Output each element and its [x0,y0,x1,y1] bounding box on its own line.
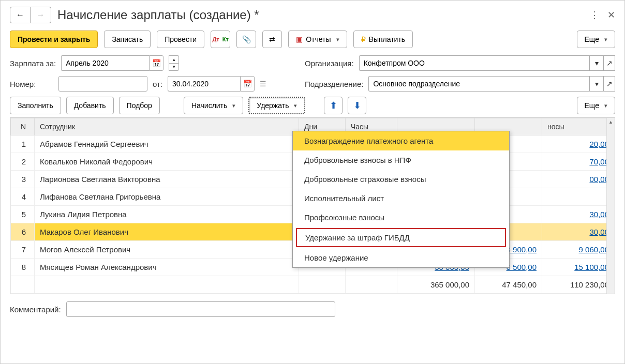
accrue-button[interactable]: Начислить [184,97,243,114]
date-label: от: [153,80,162,88]
calendar-icon[interactable]: 📅 [240,76,255,92]
employee-cell[interactable]: Могов Алексей Петрович [35,241,299,259]
based-on-button[interactable]: ⇄ [262,31,282,48]
employee-cell[interactable]: Макаров Олег Иванович [35,223,299,241]
move-down-button[interactable]: ⬇ [348,97,366,114]
select-button[interactable]: Подбор [119,97,160,114]
salary-period-input[interactable] [61,55,149,71]
contrib-cell[interactable] [542,188,615,206]
forward-button[interactable]: → [31,7,51,23]
dept-open-icon[interactable]: ↗ [604,76,615,92]
col-employee[interactable]: Сотрудник [35,118,299,135]
employee-cell[interactable]: Лифанова Светлана Григорьевна [35,188,299,206]
row-number: 1 [11,135,35,153]
contrib-cell[interactable]: 00,00 [542,171,615,188]
number-label: Номер: [10,80,53,88]
employee-cell[interactable]: Мясищев Роман Александрович [35,259,299,276]
page-title: Начисление зарплаты (создание) * [57,8,584,22]
contrib-cell[interactable]: 20,00 [542,135,615,153]
chart-icon: ▣ [296,35,303,43]
period-down-button[interactable]: ▼ [169,63,179,71]
totals-row: 365 000,00 47 450,00 110 230,00 [11,276,615,294]
row-number: 8 [11,259,35,276]
employee-cell[interactable]: Ларионова Светлана Викторовна [35,171,299,188]
post-button[interactable]: Провести [157,31,204,48]
org-label: Организация: [305,59,354,68]
calendar-icon[interactable]: 📅 [149,55,163,71]
dept-label: Подразделение: [305,80,363,88]
row-number: 3 [11,171,35,188]
pay-button[interactable]: ₽ Выплатить [353,31,413,48]
contrib-cell[interactable]: 70,00 [542,153,615,171]
scrollbar[interactable]: ▲ [606,118,615,294]
contrib-cell[interactable]: 30,00 [542,223,615,241]
dept-dropdown-icon[interactable]: ▾ [589,76,604,92]
more-button[interactable]: Еще [577,31,616,48]
withhold-button[interactable]: Удержать [248,97,305,114]
post-close-button[interactable]: Провести и закрыть [10,31,98,48]
dropdown-item[interactable]: Удержание за штраф ГИБДД [296,228,506,247]
col-n[interactable]: N [11,118,35,135]
salary-for-label: Зарплата за: [10,59,56,68]
close-icon[interactable]: ✕ [607,9,615,21]
dropdown-item[interactable]: Профсоюзные взносы [293,208,509,227]
withhold-dropdown-menu: Вознаграждение платежного агентаДобровол… [292,131,510,268]
organization-input[interactable] [359,55,589,71]
dropdown-item[interactable]: Вознаграждение платежного агента [293,131,509,150]
list-icon[interactable]: ☰ [260,80,266,88]
comment-input[interactable] [66,301,335,317]
dropdown-item[interactable]: Добровольные страховые взносы [293,170,509,189]
number-input[interactable] [58,76,147,92]
comment-label: Комментарий: [10,305,61,314]
org-dropdown-icon[interactable]: ▾ [589,55,604,71]
employee-cell[interactable]: Ковальков Николай Федорович [35,153,299,171]
date-input[interactable] [168,76,240,92]
add-button[interactable]: Добавить [66,97,114,114]
write-button[interactable]: Записать [104,31,151,48]
department-input[interactable] [368,76,589,92]
attachment-button[interactable]: 📎 [236,31,256,48]
more2-button[interactable]: Еще [577,97,616,114]
dtkt-button[interactable]: ДтКт [211,31,230,48]
employee-cell[interactable]: Лукина Лидия Петровна [35,206,299,223]
dropdown-item[interactable]: Исполнительный лист [293,189,509,208]
reports-button[interactable]: ▣ Отчеты [288,31,347,48]
back-button[interactable]: ← [10,7,31,23]
dropdown-item[interactable]: Новое удержание [293,248,509,267]
ruble-icon: ₽ [361,35,366,43]
contrib-cell[interactable]: 30,00 [542,206,615,223]
fill-button[interactable]: Заполнить [10,97,61,114]
contrib-cell[interactable]: 9 060,00 [542,241,615,259]
row-number: 5 [11,206,35,223]
contrib-cell[interactable]: 15 100,00 [542,259,615,276]
row-number: 7 [11,241,35,259]
employee-cell[interactable]: Абрамов Геннадий Сергеевич [35,135,299,153]
paperclip-icon: 📎 [242,35,251,43]
col-contributions[interactable]: носы [542,118,615,135]
dropdown-item[interactable]: Добровольные взносы в НПФ [293,150,509,170]
menu-dots-icon[interactable]: ⋮ [590,9,599,21]
org-open-icon[interactable]: ↗ [604,55,615,71]
row-number: 4 [11,188,35,206]
row-number: 6 [11,223,35,241]
based-icon: ⇄ [269,35,275,43]
row-number: 2 [11,153,35,171]
period-up-button[interactable]: ▲ [169,55,179,63]
scroll-up-icon[interactable]: ▲ [607,118,615,126]
move-up-button[interactable]: ⬆ [324,97,343,114]
